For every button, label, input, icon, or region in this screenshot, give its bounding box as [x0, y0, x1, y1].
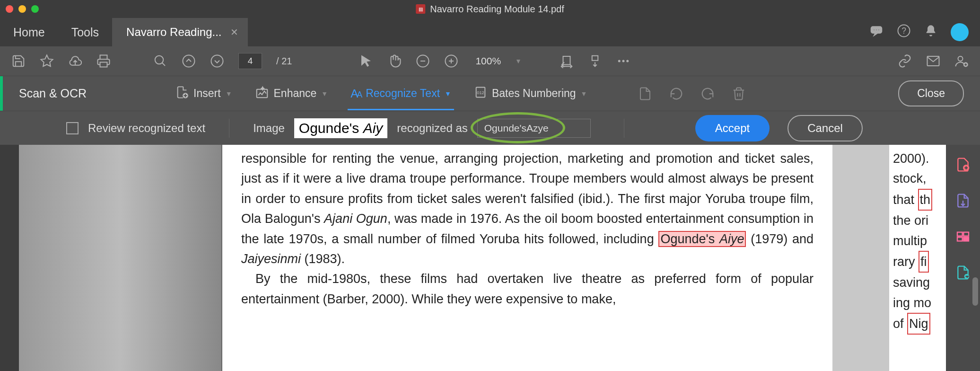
- svg-point-12: [211, 55, 223, 67]
- bates-icon: 012: [474, 86, 487, 102]
- redo-icon[interactable]: [700, 87, 715, 101]
- profile-area: ?: [869, 23, 980, 41]
- cloud-upload-icon[interactable]: [68, 54, 82, 68]
- save-icon[interactable]: [11, 54, 26, 68]
- avatar[interactable]: [951, 23, 969, 41]
- document-action-icon[interactable]: [638, 87, 652, 101]
- accept-button[interactable]: Accept: [695, 115, 770, 141]
- image-label: Image: [253, 122, 285, 135]
- trash-icon[interactable]: [732, 87, 746, 101]
- divider: [229, 119, 229, 138]
- enhance-button[interactable]: Enhance▼: [252, 81, 331, 106]
- window-title-text: Navarro Reading Module 14.pdf: [430, 4, 564, 15]
- ocr-close-button[interactable]: Close: [898, 80, 964, 106]
- print-icon[interactable]: [96, 54, 111, 68]
- svg-rect-20: [592, 56, 598, 61]
- email-icon[interactable]: [926, 54, 940, 68]
- window-titlebar: ▤ Navarro Reading Module 14.pdf: [0, 0, 980, 18]
- speech-bubble-icon[interactable]: [869, 24, 884, 41]
- fit-width-icon[interactable]: [560, 54, 574, 68]
- window-minimize-button[interactable]: [18, 5, 26, 13]
- sidebar-scrollbar[interactable]: [972, 277, 978, 306]
- ocr-suspect-highlight[interactable]: Ogunde's Aiye: [658, 231, 746, 247]
- export-pdf-icon[interactable]: [955, 193, 971, 210]
- svg-rect-43: [963, 232, 969, 236]
- edit-pdf-icon[interactable]: [955, 265, 971, 282]
- undo-icon[interactable]: [669, 87, 683, 101]
- paragraph: responsible for renting the venue, arran…: [241, 149, 814, 269]
- enhance-icon: [255, 85, 269, 102]
- pdf-file-icon: ▤: [416, 4, 425, 14]
- svg-text:?: ?: [901, 26, 906, 35]
- insert-page-icon: [175, 86, 189, 102]
- zoom-level-label: 100%: [475, 55, 501, 67]
- divider: [624, 119, 624, 138]
- left-gutter: [0, 145, 19, 371]
- page-total-label: / 21: [276, 56, 292, 67]
- zoom-out-icon[interactable]: [416, 54, 430, 68]
- tab-bar: Home Tools Navarro Reading... ✕ ?: [0, 18, 980, 46]
- organize-pages-icon[interactable]: [955, 229, 971, 246]
- svg-rect-18: [563, 56, 570, 65]
- ocr-suspect-box[interactable]: Nig: [907, 313, 930, 335]
- more-icon[interactable]: [616, 54, 630, 68]
- image-snippet: Ogunde's Aiy: [294, 118, 388, 138]
- tab-document-label: Navarro Reading...: [126, 26, 221, 39]
- svg-point-11: [183, 55, 195, 67]
- recognize-text-button[interactable]: AA Recognize Text▼: [348, 77, 454, 110]
- page-gap: [832, 145, 889, 371]
- review-checkbox[interactable]: [66, 122, 79, 134]
- svg-point-3: [878, 29, 879, 30]
- ocr-title: Scan & OCR: [19, 87, 87, 100]
- right-tool-sidebar: [946, 145, 980, 371]
- main-toolbar: / 21 100% ▼: [0, 46, 980, 76]
- review-bar: Review recognized text Image Ogunde's Ai…: [0, 111, 980, 145]
- paragraph: By the mid-1980s, these films had overta…: [241, 269, 814, 309]
- window-title: ▤ Navarro Reading Module 14.pdf: [416, 4, 564, 15]
- tab-tools[interactable]: Tools: [58, 18, 112, 46]
- zoom-in-icon[interactable]: [444, 54, 458, 68]
- document-viewport: responsible for renting the venue, arran…: [0, 145, 980, 371]
- recognized-as-label: recognized as: [397, 122, 467, 135]
- bates-numbering-button[interactable]: 012 Bates Numbering▼: [471, 82, 590, 106]
- cancel-button[interactable]: Cancel: [788, 115, 863, 141]
- create-pdf-icon[interactable]: [955, 157, 971, 174]
- ocr-toolbar: Scan & OCR Insert▼ Enhance▼ AA Recognize…: [0, 76, 980, 111]
- page-down-icon[interactable]: [210, 54, 224, 68]
- help-icon[interactable]: ?: [897, 24, 911, 41]
- svg-point-23: [622, 60, 624, 62]
- tab-document-active[interactable]: Navarro Reading... ✕: [112, 18, 247, 46]
- page-number-input[interactable]: [238, 53, 262, 69]
- link-share-icon[interactable]: [898, 54, 912, 68]
- insert-button[interactable]: Insert▼: [173, 82, 235, 106]
- document-page-next[interactable]: 2000). stock, that th the ori multip rar…: [889, 145, 946, 371]
- window-maximize-button[interactable]: [31, 5, 39, 13]
- svg-marker-6: [41, 55, 53, 67]
- traffic-lights: [6, 5, 39, 13]
- hand-icon[interactable]: [387, 54, 402, 68]
- svg-point-22: [618, 60, 621, 62]
- add-user-icon[interactable]: [954, 54, 969, 68]
- tab-close-icon[interactable]: ✕: [230, 26, 238, 38]
- svg-rect-45: [963, 237, 969, 241]
- selection-arrow-icon[interactable]: [359, 54, 373, 68]
- svg-rect-44: [957, 237, 962, 241]
- tab-home[interactable]: Home: [0, 18, 58, 46]
- ocr-suspect-box[interactable]: fi: [919, 251, 929, 273]
- zoom-dropdown-icon[interactable]: ▼: [515, 57, 522, 65]
- svg-point-2: [875, 29, 877, 30]
- recognize-text-icon: AA: [350, 87, 361, 100]
- svg-text:012: 012: [477, 90, 484, 95]
- search-icon[interactable]: [153, 54, 167, 68]
- window-close-button[interactable]: [6, 5, 13, 13]
- scroll-mode-icon[interactable]: [588, 54, 602, 68]
- svg-point-1: [873, 29, 875, 30]
- review-checkbox-label: Review recognized text: [88, 122, 205, 135]
- ocr-accent-stripe: [0, 76, 3, 111]
- star-icon[interactable]: [40, 54, 54, 68]
- recognized-text-input[interactable]: [477, 119, 591, 138]
- ocr-suspect-box[interactable]: th: [918, 189, 933, 211]
- page-up-icon[interactable]: [182, 54, 196, 68]
- bell-icon[interactable]: [924, 24, 937, 41]
- document-page[interactable]: responsible for renting the venue, arran…: [222, 145, 832, 371]
